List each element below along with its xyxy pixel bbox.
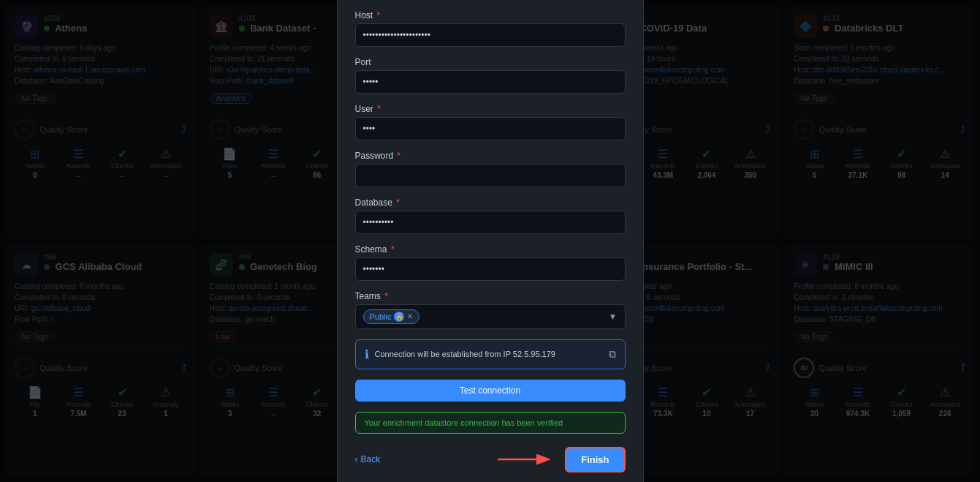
schema-label: Schema * <box>355 244 626 255</box>
host-input[interactable] <box>355 23 626 47</box>
info-icon: ℹ <box>365 347 369 361</box>
user-label: User * <box>355 104 626 114</box>
modal-footer: ‹ Back Finish <box>355 447 626 472</box>
required-marker: * <box>377 104 381 114</box>
required-marker: * <box>377 10 381 20</box>
team-badge-public: Public 🔓 ✕ <box>363 309 420 324</box>
host-label: Host * <box>355 10 626 20</box>
schema-input[interactable] <box>355 257 626 281</box>
schema-field: Schema * <box>355 244 626 281</box>
public-icon: 🔓 <box>394 312 404 322</box>
teams-label: Teams * <box>355 291 626 301</box>
required-marker: * <box>391 244 395 255</box>
teams-field: Teams * Public 🔓 ✕ ▼ <box>355 291 626 329</box>
required-marker: * <box>398 151 401 161</box>
required-marker: * <box>384 291 388 301</box>
ip-info-box: ℹ Connection will be established from IP… <box>355 339 626 369</box>
database-input[interactable] <box>355 211 626 234</box>
teams-select[interactable]: Public 🔓 ✕ ▼ <box>355 304 626 329</box>
modal-dialog: Host * Port User * Password * Da <box>337 0 644 482</box>
modal-overlay: Host * Port User * Password * Da <box>0 0 980 482</box>
test-connection-button[interactable]: Test connection <box>355 380 626 402</box>
user-input[interactable] <box>355 117 626 140</box>
copy-icon[interactable]: ⧉ <box>609 348 616 361</box>
database-label: Database * <box>355 197 626 208</box>
arrow-indicator <box>498 451 556 468</box>
password-label: Password * <box>355 151 626 161</box>
password-field: Password * <box>355 151 626 187</box>
success-message: Your enrichment datastore connection has… <box>355 412 626 434</box>
port-input[interactable] <box>355 70 626 94</box>
port-field: Port <box>355 57 626 94</box>
footer-right: Finish <box>498 447 625 472</box>
required-marker: * <box>396 197 400 208</box>
host-field: Host * <box>355 10 626 47</box>
select-chevron-icon: ▼ <box>609 312 618 322</box>
port-label: Port <box>355 57 626 67</box>
user-field: User * <box>355 104 626 140</box>
database-field: Database * <box>355 197 626 234</box>
finish-button[interactable]: Finish <box>565 447 625 472</box>
team-badge-close[interactable]: ✕ <box>407 312 413 320</box>
back-button[interactable]: ‹ Back <box>355 454 381 464</box>
password-input[interactable] <box>355 164 626 187</box>
back-chevron-icon: ‹ <box>355 454 358 464</box>
